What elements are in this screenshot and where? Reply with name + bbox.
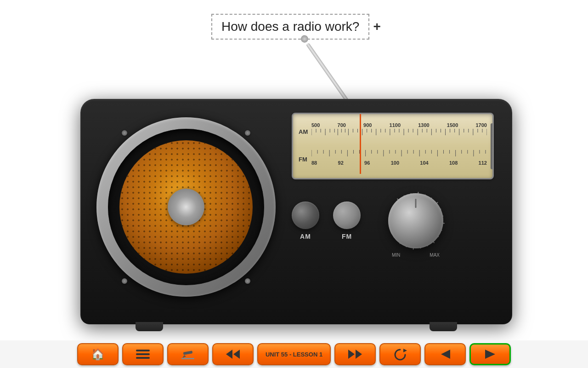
- forward-icon: [347, 349, 363, 360]
- svg-marker-98: [403, 349, 407, 352]
- svg-rect-89: [136, 353, 150, 355]
- svg-rect-93: [181, 358, 194, 359]
- tuner-display: AM 5007009001100130015001700: [292, 113, 494, 179]
- tuner-fm-row: FM: [293, 145, 492, 173]
- tuner-side-knob[interactable]: [491, 123, 494, 169]
- volume-min-label: MIN: [392, 253, 400, 258]
- svg-marker-96: [348, 350, 355, 359]
- unit-lesson-label: UNIT 55 - LESSON 1: [266, 351, 322, 358]
- pencil-icon: [181, 349, 194, 360]
- speaker-inner-ring: [108, 129, 264, 285]
- unit-lesson-button[interactable]: UNIT 55 - LESSON 1: [257, 343, 331, 365]
- fm-label: FM: [299, 156, 311, 163]
- fm-knob[interactable]: [333, 201, 361, 229]
- radio-illustration: AM 5007009001100130015001700: [80, 71, 512, 338]
- speaker-outer-ring: [96, 117, 276, 297]
- am-button[interactable]: AM: [292, 201, 319, 240]
- fm-button-label: FM: [342, 233, 352, 240]
- radio-foot-left: [136, 322, 163, 331]
- am-knob[interactable]: [292, 201, 319, 229]
- tuner-am-row: AM 5007009001100130015001700: [293, 114, 492, 145]
- speaker-center: [168, 189, 204, 225]
- volume-knob[interactable]: [388, 193, 443, 248]
- am-button-label: AM: [300, 233, 311, 240]
- fm-freq-numbers: 889296100104108112: [311, 160, 487, 166]
- forward-button[interactable]: [334, 343, 376, 365]
- svg-marker-92: [182, 355, 186, 358]
- screw-bottom-right: [245, 278, 250, 284]
- screw-top-left: [122, 130, 127, 136]
- am-label: AM: [299, 128, 311, 135]
- radio-body: AM 5007009001100130015001700: [80, 99, 512, 324]
- svg-marker-99: [441, 350, 450, 359]
- buttons-area: AM FM: [292, 193, 503, 248]
- home-button[interactable]: 🏠: [77, 343, 119, 365]
- page-title: How does a radio work?: [211, 14, 369, 40]
- fm-freq-scale: 889296100104108112: [311, 150, 487, 168]
- menu-button[interactable]: [122, 343, 164, 365]
- play-icon: [484, 349, 496, 360]
- fm-button[interactable]: FM: [333, 201, 361, 240]
- volume-knob-container: MIN MAX: [388, 193, 443, 248]
- am-tick-marks: [311, 129, 487, 138]
- rewind-button[interactable]: [212, 343, 254, 365]
- replay-button[interactable]: [379, 343, 421, 365]
- svg-marker-97: [356, 350, 362, 359]
- svg-marker-100: [485, 350, 495, 359]
- svg-rect-91: [183, 351, 193, 355]
- svg-marker-95: [233, 350, 240, 359]
- svg-marker-94: [226, 350, 232, 359]
- play-button[interactable]: [469, 343, 511, 365]
- rewind-icon: [225, 349, 241, 360]
- toolbar: 🏠 UNIT 55 - LESSON 1: [0, 340, 588, 368]
- am-freq-scale: 5007009001100130015001700: [311, 122, 487, 141]
- fm-tick-marks: [311, 150, 487, 159]
- tuner-needle: [360, 114, 361, 174]
- title-area: How does a radio work? +: [211, 14, 381, 40]
- back-icon: [439, 349, 451, 360]
- menu-icon: [136, 349, 150, 360]
- svg-rect-88: [136, 350, 150, 351]
- pencil-button[interactable]: [167, 343, 209, 365]
- replay-icon: [393, 348, 407, 361]
- back-button[interactable]: [424, 343, 466, 365]
- screw-bottom-left: [122, 278, 127, 284]
- volume-max-label: MAX: [430, 253, 440, 258]
- right-panel: AM 5007009001100130015001700: [292, 113, 503, 315]
- home-icon: 🏠: [91, 348, 105, 361]
- speaker-cone: [119, 140, 253, 274]
- svg-rect-90: [136, 357, 150, 359]
- am-freq-numbers: 5007009001100130015001700: [311, 122, 487, 128]
- speaker-area: [96, 117, 276, 297]
- radio-foot-right: [430, 322, 457, 331]
- plus-icon: +: [373, 19, 380, 34]
- screw-top-right: [245, 130, 250, 136]
